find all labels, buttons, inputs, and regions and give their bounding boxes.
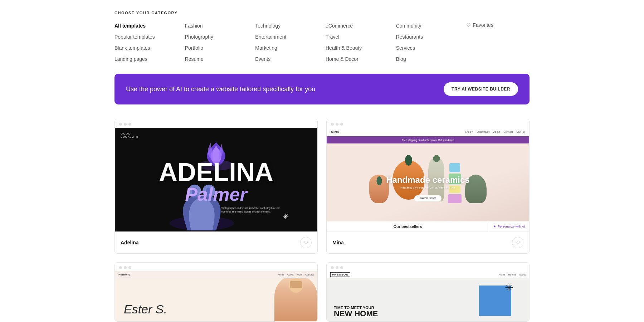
adelina-subtitle: Palmer <box>159 185 273 204</box>
personalize-label: Personalize with AI <box>498 225 525 228</box>
mina-header: MINA Shop ▾ Sustainable About Connect Ca… <box>327 128 529 136</box>
dot-yellow <box>124 123 127 126</box>
category-grid: All templates Popular templates Blank te… <box>114 22 530 63</box>
ai-banner: Use the power of AI to create a website … <box>114 74 530 104</box>
ester-content: Portfolio Home About Work Contact <box>115 271 317 321</box>
cat-services[interactable]: Services <box>396 44 459 52</box>
template-preview-presson[interactable]: PRESSON Home Rooms About ✳ TIME TO MEET … <box>327 271 529 321</box>
window-chrome-ester <box>115 263 317 271</box>
cat-landing-pages[interactable]: Landing pages <box>114 55 178 63</box>
dot-green-presson <box>340 266 343 269</box>
mina-hero: Handmade ceramics Pleasantly city cards … <box>327 143 529 221</box>
dot-yellow-presson <box>336 266 338 269</box>
cat-portfolio[interactable]: Portfolio <box>185 44 248 52</box>
dot-red-ester <box>119 266 122 269</box>
favorite-adelina-button[interactable]: ♡ <box>300 237 312 248</box>
favorites-label: Favorites <box>473 22 493 28</box>
sparkle-icon: ✦ <box>493 225 496 228</box>
presson-logo: PRESSON <box>330 272 350 277</box>
cat-home-decor[interactable]: Home & Decor <box>326 55 389 63</box>
card-footer-adelina: Adelina ♡ <box>115 231 317 253</box>
adelina-title: ADELINA <box>159 159 273 185</box>
cat-favorites[interactable]: ♡ Favorites <box>466 22 530 28</box>
cat-photography[interactable]: Photography <box>185 33 248 41</box>
category-col-4: eCommerce Travel Health & Beauty Home & … <box>326 22 389 63</box>
adelina-body-text: Photographer and visual storyteller capt… <box>221 206 285 214</box>
window-chrome-presson <box>327 263 529 271</box>
cat-travel[interactable]: Travel <box>326 33 389 41</box>
cat-restaurants[interactable]: Restaurants <box>396 33 459 41</box>
mina-nav: Shop ▾ Sustainable About Connect Cart (0… <box>465 131 525 133</box>
mina-logo-text: MINA <box>331 130 339 134</box>
ai-banner-text: Use the power of AI to create a website … <box>126 86 315 93</box>
template-preview-adelina[interactable]: GOODLUCK, ARI <box>115 128 317 231</box>
template-card-presson: PRESSON Home Rooms About ✳ TIME TO MEET … <box>326 262 530 322</box>
mina-shop-btn[interactable]: SHOP NOW <box>414 195 441 201</box>
presson-star-deco: ✳ <box>505 282 513 294</box>
mina-footer-bar: Our bestsellers ✦ Personalize with AI <box>327 221 529 231</box>
ester-person-placeholder <box>274 275 317 321</box>
category-col-1: All templates Popular templates Blank te… <box>114 22 178 63</box>
dot-red-presson <box>331 266 334 269</box>
template-card-ester: Portfolio Home About Work Contact <box>114 262 318 322</box>
window-chrome-mina <box>327 119 529 128</box>
dot-green <box>128 123 131 126</box>
cat-all-templates[interactable]: All templates <box>114 22 178 30</box>
adelina-preview-content: GOODLUCK, ARI <box>115 128 317 231</box>
cat-popular-templates[interactable]: Popular templates <box>114 33 178 41</box>
presson-nav: PRESSON Home Rooms About <box>327 271 529 278</box>
dot-yellow-mina <box>336 123 338 126</box>
ester-hero-text: Ester S. <box>124 303 167 316</box>
mina-personalize-btn[interactable]: ✦ Personalize with AI <box>489 221 529 231</box>
category-col-2: Fashion Photography Portfolio Resume <box>185 22 248 63</box>
template-name-adelina: Adelina <box>121 240 139 245</box>
category-col-5: Community Restaurants Services Blog <box>396 22 459 63</box>
cat-entertainment[interactable]: Entertainment <box>255 33 318 41</box>
category-col-3: Technology Entertainment Marketing Event… <box>255 22 318 63</box>
mina-promo-bar: Free shipping on all orders over $50 wor… <box>327 136 529 143</box>
mina-bestsellers-label: Our bestsellers <box>327 221 489 231</box>
ester-nav: Portfolio Home About Work Contact <box>115 271 317 278</box>
template-card-adelina: GOODLUCK, ARI <box>114 119 318 254</box>
favorite-mina-button[interactable]: ♡ <box>512 237 523 248</box>
window-chrome-adelina <box>115 119 317 128</box>
cat-resume[interactable]: Resume <box>185 55 248 63</box>
dot-green-mina <box>340 123 343 126</box>
card-footer-mina: Mina ♡ <box>327 231 529 253</box>
dot-yellow-ester <box>124 266 127 269</box>
template-name-mina: Mina <box>332 240 344 245</box>
section-title: CHOOSE YOUR CATEGORY <box>114 11 530 15</box>
heart-icon: ♡ <box>466 22 471 28</box>
category-col-6: ♡ Favorites <box>466 22 530 63</box>
cat-marketing[interactable]: Marketing <box>255 44 318 52</box>
cat-health-beauty[interactable]: Health & Beauty <box>326 44 389 52</box>
cat-technology[interactable]: Technology <box>255 22 318 30</box>
adelina-logo: GOODLUCK, ARI <box>121 132 138 138</box>
mina-hero-text: Handmade ceramics Pleasantly city cards … <box>386 175 469 189</box>
mina-layout: MINA Shop ▾ Sustainable About Connect Ca… <box>327 128 529 231</box>
template-preview-mina[interactable]: MINA Shop ▾ Sustainable About Connect Ca… <box>327 128 529 231</box>
template-card-mina: MINA Shop ▾ Sustainable About Connect Ca… <box>326 119 530 254</box>
dot-green-ester <box>128 266 131 269</box>
presson-hero-text: TIME TO MEET YOUR NEW HOME <box>334 306 378 318</box>
templates-grid: GOODLUCK, ARI <box>114 119 530 322</box>
cat-ecommerce[interactable]: eCommerce <box>326 22 389 30</box>
dot-red <box>119 123 122 126</box>
dot-red-mina <box>331 123 334 126</box>
cat-blank-templates[interactable]: Blank templates <box>114 44 178 52</box>
cat-events[interactable]: Events <box>255 55 318 63</box>
cat-community[interactable]: Community <box>396 22 459 30</box>
template-preview-ester[interactable]: Portfolio Home About Work Contact <box>115 271 317 321</box>
cat-blog[interactable]: Blog <box>396 55 459 63</box>
try-ai-builder-button[interactable]: TRY AI WEBSITE BUILDER <box>444 82 518 96</box>
presson-content: PRESSON Home Rooms About ✳ TIME TO MEET … <box>327 271 529 321</box>
cat-fashion[interactable]: Fashion <box>185 22 248 30</box>
